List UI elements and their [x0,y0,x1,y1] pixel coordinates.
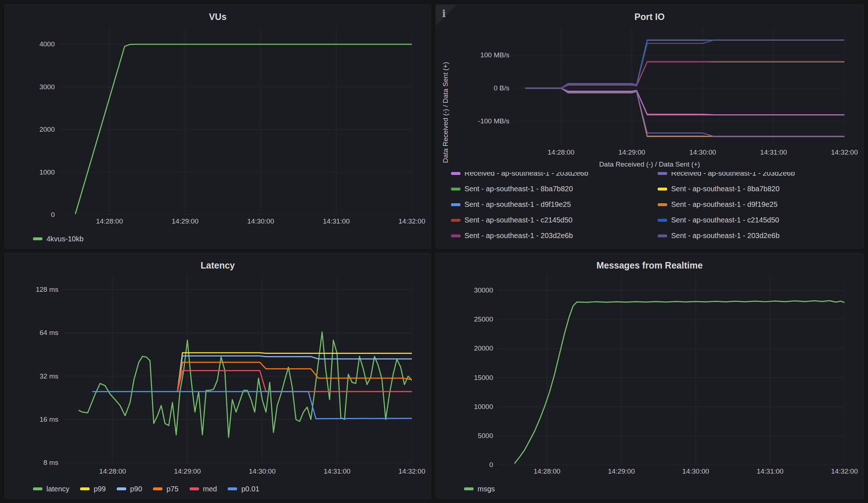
latency-chart-area[interactable] [63,276,412,465]
panel-title[interactable]: Port IO [436,5,863,27]
y-tick-label: 0 [489,461,493,469]
legend-swatch [658,203,667,206]
legend-swatch [153,487,162,490]
x-axis: 14:28:0014:29:0014:30:0014:31:0014:32:00 [514,146,844,160]
panel-info-corner[interactable] [436,5,457,26]
legend-item-label: Received - ap-southeast-1 - 203d2e6b [671,172,795,177]
messages-chart-canvas [497,276,844,465]
y-tick-label: 3000 [40,83,55,91]
y-tick-label: 32 ms [40,372,58,380]
legend-swatch [451,172,460,175]
legend-scroll-viewport[interactable]: Received - ap-southeast-1 - 203d2e6bSent… [436,172,863,248]
legend-swatch [33,237,42,240]
legend-item[interactable]: latency [33,485,69,493]
legend-item[interactable]: Received - ap-southeast-1 - 203d2e6b [658,172,863,177]
legend-item[interactable]: p90 [117,485,142,493]
series-line [526,88,844,136]
x-tick-label: 14:29:00 [172,217,199,225]
y-tick-label: 128 ms [36,286,58,294]
y-tick-label: 4000 [40,40,55,48]
y-tick-label: 5000 [478,432,493,440]
legend-item-label: med [203,485,217,493]
x-axis: 14:28:0014:29:0014:30:0014:31:0014:32:00 [63,465,412,479]
legend-item-label: p75 [166,485,178,493]
y-tick-label: 1000 [40,168,55,176]
y-tick-label: 2000 [40,126,55,134]
y-axis: 01000200030004000 [5,27,59,215]
legend-swatch [451,234,460,237]
legend-item[interactable]: 4kvus-10kb [33,235,83,243]
series-line [526,40,844,88]
legend-swatch [451,188,460,191]
x-tick-label: 14:28:00 [547,148,574,156]
legend-item[interactable]: Sent - ap-southeast-1 - d9f19e25 [658,200,863,209]
series-line [177,362,412,392]
series-line [526,88,844,136]
legend-item[interactable]: Sent - ap-southeast-1 - d9f19e25 [451,200,658,209]
legend-item-label: Sent - ap-southeast-1 - 8ba7b820 [464,185,573,193]
port-io-chart-canvas [514,27,844,146]
legend-item-label: p90 [130,485,142,493]
legend-item[interactable]: p0.01 [228,485,259,493]
legend-item[interactable]: Received - ap-southeast-1 - 203d2e6b [451,172,658,177]
x-tick-label: 14:28:00 [96,217,123,225]
panel-port-io: i Port IO Data Received (-) / Data Sent … [435,4,864,249]
y-axis: 128 ms64 ms32 ms16 ms8 ms [5,276,63,465]
x-tick-label: 14:28:00 [99,467,126,475]
port-io-chart-area[interactable] [514,27,844,146]
legend: 4kvus-10kb [5,229,431,248]
legend: Received - ap-southeast-1 - 203d2e6bSent… [451,172,863,244]
messages-chart-area[interactable] [497,276,844,465]
legend-item[interactable]: Sent - ap-southeast-1 - c2145d50 [658,216,863,224]
y-tick-label: 0 [51,211,55,219]
y-tick-label: 16 ms [40,416,58,424]
series-line [526,40,844,88]
legend-item[interactable]: p75 [153,485,178,493]
legend-item[interactable]: Sent - ap-southeast-1 - 8ba7b820 [451,185,658,193]
legend-swatch [464,487,474,490]
series-line [515,300,844,463]
y-axis: 100 MB/s0 B/s-100 MB/s [436,27,514,146]
legend-item[interactable]: Sent - ap-southeast-1 - 8ba7b820 [658,185,863,193]
vus-chart-area[interactable] [59,27,412,215]
x-tick-label: 14:29:00 [619,148,645,156]
panel-title[interactable]: Latency [5,253,431,276]
series-line [79,332,412,438]
legend-item-label: Sent - ap-southeast-1 - 203d2e6b [464,232,573,240]
x-tick-label: 14:31:00 [324,467,351,475]
legend-item[interactable]: med [190,485,217,493]
panel-title[interactable]: Messages from Realtime [436,253,863,276]
x-tick-label: 14:29:00 [174,467,201,475]
legend-item-label: Sent - ap-southeast-1 - d9f19e25 [464,200,571,209]
y-axis: 300002500020000150001000050000 [436,276,497,465]
legend-item-label: msgs [478,485,495,493]
legend-item-label: p0.01 [241,485,259,493]
legend-swatch [80,487,90,490]
legend-item[interactable]: Sent - ap-southeast-1 - c2145d50 [451,216,658,224]
legend: latencyp99p90p75medp0.01 [5,479,431,498]
legend-item[interactable]: Sent - ap-southeast-1 - 203d2e6b [451,232,658,240]
x-tick-label: 14:31:00 [757,467,784,475]
legend-item[interactable]: msgs [464,485,495,493]
y-tick-label: 8 ms [44,459,58,467]
legend-swatch [658,219,667,222]
legend-item-label: Received - ap-southeast-1 - 203d2e6b [464,172,588,177]
legend-item[interactable]: Sent - ap-southeast-1 - 203d2e6b [658,232,863,240]
x-tick-label: 14:30:00 [249,467,276,475]
legend-swatch [658,172,667,175]
legend-swatch [228,487,237,490]
legend-swatch [658,234,667,237]
series-line [526,88,844,136]
legend-item[interactable]: p99 [80,485,106,493]
y-tick-label: 0 B/s [494,84,509,92]
panel-title[interactable]: VUs [5,5,431,27]
legend-item-label: Sent - ap-southeast-1 - 8ba7b820 [671,185,780,193]
x-tick-label: 14:32:00 [831,467,858,475]
y-tick-label: 64 ms [40,329,58,337]
x-tick-label: 14:31:00 [323,217,350,225]
series-line [526,40,844,88]
x-tick-label: 14:31:00 [760,148,787,156]
x-tick-label: 14:29:00 [608,467,635,475]
legend-swatch [190,487,199,490]
x-axis: 14:28:0014:29:0014:30:0014:31:0014:32:00 [497,465,844,479]
